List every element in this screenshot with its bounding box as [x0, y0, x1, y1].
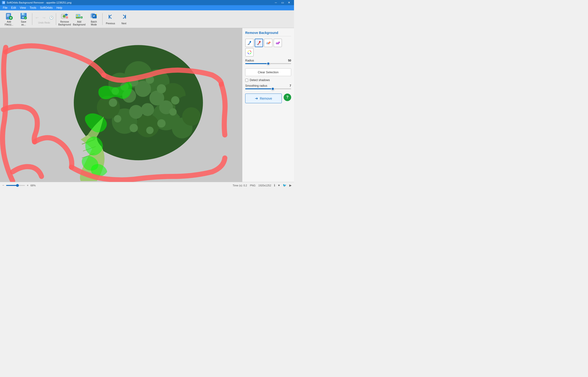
zoom-level: 68% — [30, 184, 36, 187]
heart-icon[interactable]: ♥ — [278, 184, 280, 187]
radius-label: Radius — [245, 59, 254, 62]
undo-label: Undo Redo — [34, 22, 54, 24]
svg-rect-1 — [7, 14, 10, 15]
zoom-out-icon[interactable]: − — [2, 184, 4, 187]
svg-rect-24 — [93, 16, 95, 17]
svg-point-53 — [146, 127, 154, 134]
previous-icon — [107, 13, 114, 22]
erase-background-tool[interactable] — [274, 39, 282, 47]
svg-point-43 — [141, 103, 154, 116]
svg-rect-61 — [257, 44, 259, 45]
window-title: SoftOrbits Background Remover - appetite… — [7, 1, 72, 4]
menu-help[interactable]: Help — [54, 5, 64, 10]
play-icon[interactable]: ▶ — [289, 184, 292, 187]
menu-tools[interactable]: Tools — [28, 5, 38, 10]
add-background-icon — [75, 12, 83, 20]
radius-value: 50 — [288, 59, 291, 62]
radius-slider-thumb[interactable] — [267, 62, 270, 65]
separator-3 — [102, 13, 103, 25]
undo-button[interactable]: ↩ — [34, 14, 40, 21]
dimensions-label: 1920x1252 — [258, 184, 271, 187]
svg-rect-26 — [125, 15, 126, 19]
smoothing-value: 7 — [289, 84, 291, 87]
remove-background-button[interactable]: RemoveBackground — [58, 12, 72, 27]
radius-slider-fill — [245, 63, 268, 64]
zoom-slider-thumb[interactable] — [16, 184, 19, 187]
add-background-label: AddBackground — [73, 21, 85, 26]
menu-edit[interactable]: Edit — [9, 5, 18, 10]
menu-view[interactable]: View — [18, 5, 28, 10]
image-area — [0, 28, 242, 182]
clear-selection-button[interactable]: Clear Selection — [245, 68, 291, 76]
svg-point-49 — [157, 84, 166, 93]
smoothing-slider-thumb[interactable] — [271, 87, 275, 91]
erase-foreground-tool[interactable] — [264, 39, 273, 47]
previous-button[interactable]: Previous — [104, 12, 117, 27]
twitter-icon[interactable]: 🐦 — [283, 184, 287, 187]
minimize-button[interactable]: ─ — [273, 0, 279, 5]
tool-buttons — [245, 39, 291, 57]
zoom-in-icon[interactable]: + — [27, 184, 29, 187]
save-as-label: Saveas... — [21, 21, 26, 26]
svg-point-51 — [169, 108, 177, 116]
batch-mode-icon — [90, 12, 98, 20]
add-background-button[interactable]: AddBackground — [72, 12, 86, 27]
zoom-slider[interactable] — [6, 185, 25, 186]
separator-1 — [32, 13, 32, 25]
radius-slider-track[interactable] — [245, 63, 291, 64]
status-left: − + 68% — [2, 184, 36, 187]
svg-rect-23 — [93, 15, 95, 16]
svg-point-18 — [77, 15, 78, 16]
add-files-button[interactable]: AddFile(s)... — [2, 12, 16, 27]
color-tool[interactable] — [245, 48, 254, 57]
batch-mode-button[interactable]: BatchMode — [87, 12, 101, 27]
canvas-svg — [0, 28, 242, 182]
svg-point-50 — [171, 96, 180, 104]
background-brush-tool[interactable] — [255, 39, 263, 47]
save-as-button[interactable]: Saveas... — [16, 12, 31, 27]
previous-label: Previous — [106, 22, 115, 25]
title-bar: 🖼 SoftOrbits Background Remover - appeti… — [0, 0, 294, 5]
svg-rect-9 — [22, 13, 23, 15]
smoothing-slider-fill — [245, 88, 273, 89]
save-icon — [20, 12, 27, 20]
next-icon — [121, 13, 127, 22]
undo-redo-group: ↩ ↪ 🕐 Undo Redo — [34, 14, 54, 24]
history-button[interactable]: 🕐 — [48, 14, 54, 21]
svg-rect-3 — [7, 16, 9, 16]
remove-button[interactable]: ➜ Remove — [245, 94, 282, 103]
svg-point-65 — [249, 52, 250, 53]
close-button[interactable]: ✕ — [286, 0, 292, 5]
time-label: Time (s): 0.2 — [233, 184, 247, 187]
detect-shadows-checkbox[interactable] — [245, 79, 248, 82]
svg-rect-17 — [76, 17, 80, 18]
canvas-area[interactable] — [0, 28, 242, 182]
format-label: PNG — [250, 184, 256, 187]
smoothing-label: Smoothing radius — [245, 84, 267, 87]
redo-button[interactable]: ↪ — [41, 14, 48, 21]
smoothing-slider-track[interactable] — [245, 88, 291, 89]
smoothing-section: Smoothing radius 7 — [245, 84, 291, 91]
help-icon: ? — [286, 95, 288, 99]
svg-point-60 — [259, 41, 261, 42]
detect-shadows-label[interactable]: Detect shadows — [250, 79, 270, 82]
main-layout: Remove Background — [0, 28, 294, 182]
svg-point-56 — [109, 98, 117, 107]
panel-title: Remove Background — [245, 31, 291, 36]
right-panel: Remove Background — [242, 28, 294, 182]
svg-point-55 — [114, 115, 121, 122]
foreground-brush-tool[interactable] — [245, 39, 254, 47]
menu-file[interactable]: File — [1, 5, 9, 10]
svg-point-54 — [130, 124, 138, 132]
add-files-icon — [5, 12, 13, 20]
svg-rect-6 — [11, 17, 11, 19]
maximize-button[interactable]: ▭ — [279, 0, 286, 5]
info-icon[interactable]: ℹ — [274, 184, 275, 187]
menu-softorbits[interactable]: SoftOrbits — [38, 5, 54, 10]
remove-button-label: Remove — [260, 97, 272, 100]
add-files-label: AddFile(s)... — [5, 21, 13, 26]
help-button[interactable]: ? — [284, 94, 291, 101]
remove-background-icon — [61, 12, 68, 20]
next-button[interactable]: Next — [117, 12, 130, 27]
remove-background-label: RemoveBackground — [58, 21, 71, 26]
